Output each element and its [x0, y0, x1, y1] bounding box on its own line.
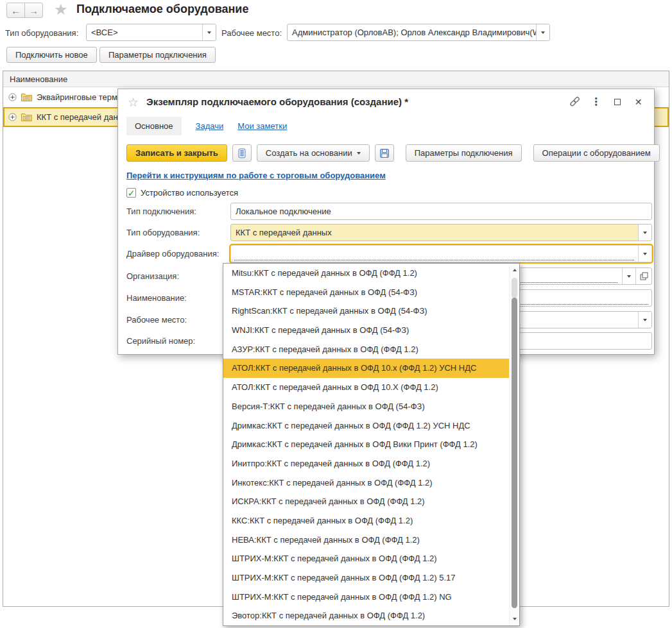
tab-notes[interactable]: Мои заметки — [237, 121, 287, 131]
connection-params-button[interactable]: Параметры подключения — [99, 47, 216, 63]
driver-option[interactable]: WNJI:ККТ с передачей данных в ОФД (54-ФЗ… — [223, 321, 509, 340]
close-icon[interactable]: ✕ — [633, 96, 644, 107]
driver-option[interactable]: АЗУР:ККТ с передачей данных в ОФД (ФФД 1… — [223, 340, 509, 359]
driver-row: Драйвер оборудования: — [126, 245, 646, 262]
equipment-type-input[interactable]: ККТ с передачей данных — [230, 224, 652, 241]
driver-option[interactable]: Эвотор:ККТ с передачей данных в ОФД (ФФД… — [223, 606, 509, 625]
equipment-type-dropdown-button[interactable] — [638, 225, 651, 241]
equipment-operations-button[interactable]: Операции с оборудованием — [533, 144, 660, 162]
expand-plus-icon[interactable] — [8, 113, 17, 121]
triangle-down-icon — [513, 618, 517, 620]
workplace-label: Рабочее место: — [126, 315, 187, 325]
tab-tasks[interactable]: Задачи — [196, 121, 224, 131]
dialog-connection-params-label: Параметры подключения — [415, 148, 513, 158]
driver-option[interactable]: АТОЛ:ККТ с передачей данных в ОФД 10.x (… — [223, 359, 509, 378]
device-used-checkbox[interactable]: ✓ — [126, 188, 136, 198]
organization-open-button[interactable] — [635, 268, 651, 284]
driver-option[interactable]: ИСКРА:ККТ с передачей данных в ОФД (ФФД … — [223, 492, 509, 511]
organization-label: Организация: — [126, 271, 179, 281]
equipment-type-filter-label: Тип оборудования: — [5, 28, 78, 38]
checkmark-icon: ✓ — [128, 188, 135, 198]
post-document-button[interactable] — [232, 144, 252, 162]
back-button[interactable]: ← — [6, 3, 25, 18]
forward-arrow-icon: → — [29, 5, 39, 16]
device-used-row: ✓ Устройство используется — [126, 188, 238, 198]
workplace-filter[interactable]: Администратор (ОрловАВ); Орлов Александр… — [287, 24, 550, 41]
more-menu-icon[interactable]: ⋮ — [590, 96, 601, 107]
floppy-disk-icon — [379, 148, 390, 158]
device-used-label: Устройство используется — [141, 188, 238, 198]
chevron-down-icon — [357, 152, 361, 155]
save-and-close-button[interactable]: Записать и закрыть — [126, 144, 227, 162]
driver-option[interactable]: Инкотекс:ККТ с передачей данных в ОФД (Ф… — [223, 473, 509, 493]
table-column-header[interactable]: Наименование — [3, 71, 669, 87]
serial-label: Серийный номер: — [126, 336, 195, 346]
equipment-type-filter[interactable]: <ВСЕ> — [86, 24, 216, 41]
equipment-type-filter-value: <ВСЕ> — [87, 24, 202, 40]
driver-input[interactable] — [230, 245, 652, 262]
table-row-label: Эквайринговые терм — [37, 92, 117, 102]
driver-option[interactable]: НЕВА:ККТ с передачей данных в ОФД (ФФД 1… — [223, 530, 509, 550]
driver-option[interactable]: АТОЛ:ККТ с передачей данных в ОФД 10.X (… — [223, 378, 509, 397]
chevron-down-icon — [643, 319, 647, 321]
dialog-connection-params-button[interactable]: Параметры подключения — [406, 144, 522, 162]
required-marker — [234, 260, 634, 260]
connection-type-input[interactable]: Локальное подключение — [230, 203, 652, 220]
back-arrow-icon: ← — [11, 5, 21, 16]
dialog-tabs: Основное Задачи Мои заметки — [126, 117, 287, 135]
create-based-on-button[interactable]: Создать на основании — [257, 144, 370, 162]
open-form-icon — [640, 272, 648, 280]
driver-option[interactable]: Дримкас:ККТ с передачей данных в ОФД Вик… — [223, 435, 509, 454]
scroll-down-button[interactable] — [510, 615, 520, 624]
page-title: Подключаемое оборудование — [76, 3, 248, 16]
equipment-type-label: Тип оборудования: — [126, 228, 200, 237]
create-based-on-label: Создать на основании — [266, 148, 352, 158]
expand-plus-icon[interactable] — [8, 93, 17, 101]
save-button[interactable] — [375, 144, 394, 162]
equipment-type-value: ККТ с передачей данных — [231, 225, 638, 241]
workplace-filter-value: Администратор (ОрловАВ); Орлов Александр… — [288, 24, 536, 40]
driver-dropdown-button[interactable] — [638, 246, 651, 262]
connection-params-label: Параметры подключения — [108, 50, 207, 60]
folder-group-icon — [21, 93, 32, 101]
folder-group-icon — [21, 113, 32, 121]
driver-option[interactable]: Дримкас:ККТ с передачей данных в ОФД (ФФ… — [223, 416, 509, 436]
dropdown-scrollbar[interactable] — [509, 264, 519, 625]
equipment-operations-label: Операции с оборудованием — [542, 148, 651, 158]
dialog-toolbar: Записать и закрыть Создать на основании … — [126, 144, 660, 162]
driver-option[interactable]: RightScan:ККТ с передачей данных в ОФД (… — [223, 301, 509, 321]
driver-option[interactable]: Версия-Т:ККТ с передачей данных в ОФД (5… — [223, 397, 509, 416]
name-label: Наименование: — [126, 293, 187, 303]
scrollbar-thumb[interactable] — [512, 298, 517, 608]
dialog-favorites-star-icon[interactable]: ☆ — [128, 95, 139, 110]
tab-main[interactable]: Основное — [126, 117, 182, 135]
connect-new-button[interactable]: Подключить новое — [6, 47, 97, 63]
scroll-up-button[interactable] — [510, 266, 520, 275]
chevron-down-icon — [627, 275, 631, 278]
forward-button[interactable]: → — [24, 3, 43, 18]
connect-new-label: Подключить новое — [15, 50, 88, 60]
chevron-down-icon — [541, 31, 545, 34]
instructions-link[interactable]: Перейти к инструкциям по работе с торгов… — [126, 171, 386, 180]
maximize-icon[interactable] — [612, 96, 623, 107]
driver-option[interactable]: MSTAR:ККТ с передачей данных в ОФД (54-Ф… — [223, 283, 509, 302]
workplace-dropdown-button[interactable] — [638, 312, 651, 328]
driver-option[interactable]: ККС:ККТ с передачей данных в ОФД (ФФД 1.… — [223, 511, 509, 530]
history-nav: ← → — [6, 3, 43, 18]
copy-link-icon[interactable] — [569, 96, 580, 107]
driver-option[interactable]: Инитпро:ККТ с передачей данных в ОФД (ФФ… — [223, 454, 509, 473]
workplace-filter-label: Рабочее место: — [221, 28, 282, 38]
driver-option[interactable]: ШТРИХ-М:ККТ с передачей данных в ОФД (ФФ… — [223, 549, 509, 568]
driver-option[interactable]: ШТРИХ-М:ККТ с передачей данных в ОФД (ФФ… — [223, 568, 509, 588]
scrollbar-track-segment — [512, 278, 517, 298]
driver-option[interactable]: ШТРИХ-М:ККТ с передачей данных в ОФД (ФФ… — [223, 588, 509, 607]
maximize-square — [614, 99, 621, 105]
save-and-close-label: Записать и закрыть — [135, 148, 218, 158]
favorites-star-icon[interactable]: ★ — [54, 1, 68, 19]
chevron-down-icon — [643, 232, 647, 234]
connection-type-value: Локальное подключение — [231, 203, 651, 219]
organization-dropdown-button[interactable] — [622, 268, 635, 284]
workplace-filter-dropdown-button[interactable] — [536, 24, 549, 40]
driver-option[interactable]: Mitsu:ККТ с передачей данных в ОФД (ФФД … — [223, 264, 509, 283]
equipment-type-filter-dropdown-button[interactable] — [202, 24, 216, 40]
